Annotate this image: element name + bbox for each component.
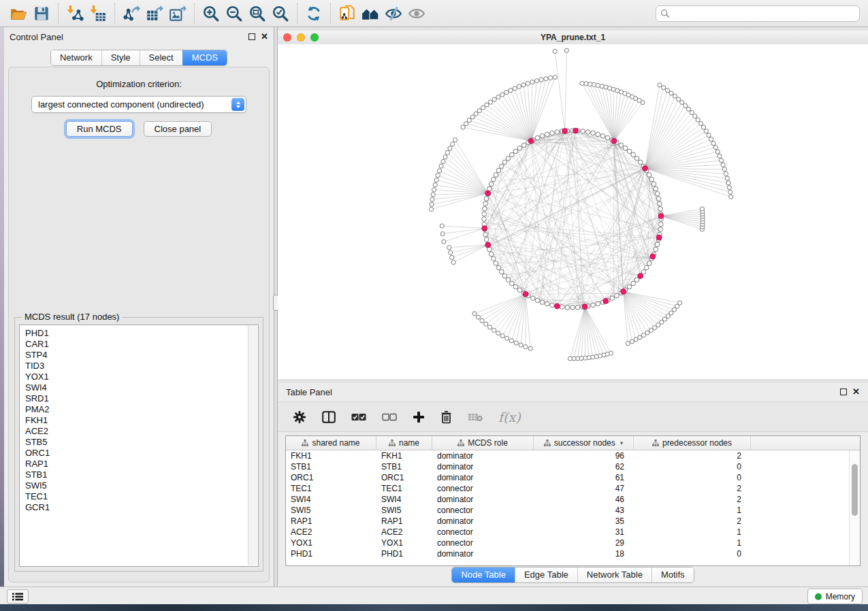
graph-node[interactable] bbox=[626, 342, 630, 346]
graph-node[interactable] bbox=[449, 250, 453, 254]
table-row[interactable]: TEC1TEC1connector472 bbox=[286, 483, 850, 494]
mcds-node[interactable] bbox=[603, 299, 609, 304]
graph-node[interactable] bbox=[521, 143, 526, 148]
graph-node[interactable] bbox=[550, 303, 555, 308]
table-row[interactable]: RAP1RAP1dominator352 bbox=[286, 516, 850, 527]
graph-node[interactable] bbox=[534, 79, 539, 83]
graph-node[interactable] bbox=[549, 76, 553, 80]
close-panel-button[interactable]: Close panel bbox=[144, 121, 212, 137]
graph-node[interactable] bbox=[656, 197, 661, 201]
mcds-result-item[interactable]: TID3 bbox=[25, 361, 258, 371]
mcds-node[interactable] bbox=[643, 166, 648, 171]
graph-node[interactable] bbox=[441, 159, 445, 163]
graph-node[interactable] bbox=[677, 97, 681, 101]
function-builder-button[interactable]: f(x) bbox=[498, 409, 521, 425]
graph-node[interactable] bbox=[649, 177, 654, 182]
graph-node[interactable] bbox=[472, 312, 477, 316]
graph-node[interactable] bbox=[489, 252, 494, 257]
graph-node[interactable] bbox=[654, 186, 658, 191]
zoom-selected-button[interactable] bbox=[269, 3, 292, 24]
save-session-button[interactable] bbox=[30, 3, 53, 24]
graph-node[interactable] bbox=[701, 125, 705, 129]
graph-node[interactable] bbox=[555, 130, 560, 135]
tab-style[interactable]: Style bbox=[101, 50, 140, 65]
graph-node[interactable] bbox=[713, 146, 718, 150]
column-header-name[interactable]: name bbox=[376, 436, 432, 450]
graph-node[interactable] bbox=[464, 122, 468, 126]
graph-node[interactable] bbox=[686, 107, 690, 111]
graph-node[interactable] bbox=[483, 207, 487, 212]
table-row[interactable]: SWI5SWI5connector431 bbox=[286, 505, 850, 516]
graph-node[interactable] bbox=[698, 121, 703, 125]
graph-node[interactable] bbox=[496, 331, 500, 335]
graph-node[interactable] bbox=[436, 174, 440, 178]
graph-node[interactable] bbox=[658, 83, 662, 87]
graph-node[interactable] bbox=[711, 142, 716, 146]
graph-node[interactable] bbox=[720, 159, 724, 163]
import-network-button[interactable] bbox=[63, 3, 86, 24]
close-panel-icon[interactable]: ✕ bbox=[261, 33, 268, 40]
mcds-result-item[interactable]: ORC1 bbox=[25, 448, 258, 459]
table-scrollbar-thumb[interactable] bbox=[852, 464, 858, 516]
graph-node[interactable] bbox=[570, 306, 575, 310]
graph-node[interactable] bbox=[485, 103, 489, 107]
tab-mcds[interactable]: MCDS bbox=[182, 50, 227, 65]
graph-node[interactable] bbox=[482, 212, 487, 216]
network-home-button[interactable] bbox=[359, 3, 382, 24]
deselect-all-button[interactable] bbox=[382, 409, 397, 425]
graph-node[interactable] bbox=[430, 202, 434, 206]
graph-node[interactable] bbox=[585, 130, 590, 135]
graph-node[interactable] bbox=[528, 346, 532, 350]
show-details-button[interactable] bbox=[405, 3, 428, 24]
mcds-node[interactable] bbox=[485, 242, 491, 248]
result-list-scrollbar[interactable] bbox=[248, 326, 257, 565]
show-column-panel-button[interactable] bbox=[322, 409, 336, 425]
table-row[interactable]: FKH1FKH1dominator962 bbox=[286, 450, 850, 461]
graph-node[interactable] bbox=[591, 131, 596, 135]
graph-node[interactable] bbox=[568, 357, 572, 361]
delete-table-button[interactable] bbox=[468, 409, 483, 425]
show-panels-menu-button[interactable] bbox=[7, 589, 29, 604]
column-header-predecessor-nodes[interactable]: predecessor nodes bbox=[634, 436, 751, 450]
graph-node[interactable] bbox=[540, 134, 545, 139]
mcds-result-item[interactable]: CAR1 bbox=[25, 339, 258, 350]
tab-select[interactable]: Select bbox=[140, 50, 182, 65]
graph-node[interactable] bbox=[467, 118, 471, 122]
graph-node[interactable] bbox=[482, 217, 487, 222]
graph-node[interactable] bbox=[442, 240, 446, 244]
graph-node[interactable] bbox=[535, 298, 540, 303]
graph-node[interactable] bbox=[575, 306, 580, 310]
optimization-criterion-select[interactable]: largest connected component (undirected) bbox=[31, 96, 246, 113]
graph-node[interactable] bbox=[434, 178, 438, 182]
delete-column-button[interactable] bbox=[440, 409, 452, 425]
graph-node[interactable] bbox=[638, 335, 642, 340]
table-row[interactable]: PHD1PHD1dominator180 bbox=[286, 548, 850, 559]
graph-node[interactable] bbox=[477, 109, 481, 113]
graph-node[interactable] bbox=[700, 207, 704, 211]
run-mcds-button[interactable]: Run MCDS bbox=[66, 121, 133, 137]
graph-node[interactable] bbox=[496, 168, 501, 173]
export-network-button[interactable] bbox=[120, 3, 143, 24]
graph-node[interactable] bbox=[727, 186, 731, 190]
memory-button[interactable]: Memory bbox=[807, 589, 863, 604]
table-row[interactable]: STB1STB1dominator620 bbox=[286, 461, 850, 472]
graph-node[interactable] bbox=[474, 112, 478, 116]
graph-node[interactable] bbox=[545, 132, 549, 137]
open-file-button[interactable] bbox=[7, 3, 30, 24]
select-all-button[interactable] bbox=[351, 409, 366, 425]
graph-node[interactable] bbox=[647, 261, 652, 266]
graph-node[interactable] bbox=[492, 177, 496, 182]
graph-node[interactable] bbox=[690, 110, 694, 114]
graph-node[interactable] bbox=[502, 274, 507, 278]
graph-node[interactable] bbox=[631, 281, 636, 286]
graph-node[interactable] bbox=[623, 146, 628, 150]
graph-node[interactable] bbox=[655, 191, 660, 196]
mcds-result-item[interactable]: ACE2 bbox=[25, 426, 258, 437]
graph-node[interactable] bbox=[553, 49, 557, 53]
graph-node[interactable] bbox=[500, 334, 504, 338]
mcds-node[interactable] bbox=[582, 304, 588, 310]
graph-node[interactable] bbox=[488, 100, 492, 104]
tab-edge-table[interactable]: Edge Table bbox=[515, 567, 577, 582]
graph-node[interactable] bbox=[600, 84, 604, 88]
graph-node[interactable] bbox=[430, 197, 434, 201]
